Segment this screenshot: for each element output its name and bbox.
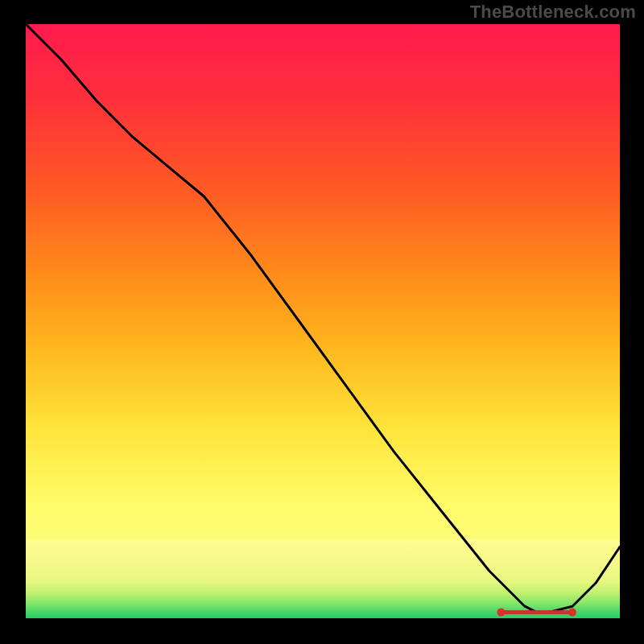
chart-background-gradient [26,24,620,618]
chart-bottom-bands [26,539,620,618]
chart-svg [26,24,620,618]
plot-area [26,24,620,618]
watermark-text: TheBottleneck.com [470,2,636,23]
marker-bar [503,610,570,614]
chart-stage: TheBottleneck.com [0,0,644,644]
